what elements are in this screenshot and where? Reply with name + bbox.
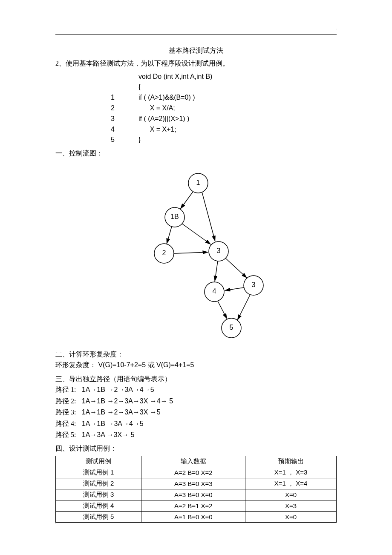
cell-output: X=0 <box>245 511 337 522</box>
table-row: 测试用例 5 A=1 B=0 X=0 X=0 <box>56 511 337 522</box>
path-label: 路径 2: <box>55 397 76 405</box>
cell-case: 测试用例 4 <box>56 500 141 511</box>
graph-node-1: 1 <box>196 179 200 186</box>
code-line: } <box>138 135 141 145</box>
code-block: void Do (int X,int A,int B) { 1if ( (A>1… <box>111 72 337 146</box>
table-row: 测试用例 4 A=2 B=1 X=2 X=3 <box>56 500 337 511</box>
code-line: X = X+1; <box>150 124 176 135</box>
table-row: 测试用例 2 A=3 B=0 X=3 X=1 ， X=4 <box>56 478 337 489</box>
section-3-heading: 三、导出独立路径（用语句编号表示） <box>55 374 337 385</box>
svg-line-14 <box>225 288 244 290</box>
cell-case: 测试用例 5 <box>56 511 141 522</box>
graph-node-4: 4 <box>213 288 216 295</box>
table-row: 测试用例 1 A=2 B=0 X=2 X=1 ， X=3 <box>56 467 337 478</box>
section-1-heading: 一、控制流图： <box>55 148 337 159</box>
corner-marker: . <box>336 26 337 30</box>
path-label: 路径 1: <box>55 386 76 393</box>
code-line: if ( (A=2)||(X>1) ) <box>138 114 189 124</box>
bottom-marker: . <box>55 520 57 525</box>
path-value: 1A→1B →2→3A→3X →5 <box>82 408 161 416</box>
section-4-heading: 四、设计测试用例： <box>55 443 337 454</box>
svg-line-7 <box>180 192 193 209</box>
cell-input: A=2 B=1 X=2 <box>141 500 245 511</box>
cell-input: A=3 B=0 X=0 <box>141 489 245 500</box>
cell-case: 测试用例 2 <box>56 478 141 489</box>
svg-line-10 <box>182 224 211 244</box>
svg-line-12 <box>215 261 218 282</box>
code-line: X = X/A; <box>150 103 175 114</box>
table-header: 预期输出 <box>245 456 337 467</box>
code-lineno: 1 <box>111 92 138 103</box>
path-value: 1A→3A →3X→ 5 <box>82 431 135 438</box>
cell-input: A=2 B=0 X=2 <box>141 467 245 478</box>
code-lineno: 5 <box>111 135 138 145</box>
graph-node-3a: 3 <box>217 247 221 254</box>
path-label: 路径 3: <box>55 408 76 416</box>
code-line: void Do (int X,int A,int B) <box>138 72 212 82</box>
svg-line-8 <box>167 227 172 244</box>
graph-node-1b: 1B <box>170 213 179 220</box>
table-header: 输入数据 <box>141 456 245 467</box>
code-lineno: 2 <box>111 103 138 114</box>
path-label: 路径 5: <box>55 431 76 438</box>
svg-line-16 <box>218 301 227 319</box>
svg-line-15 <box>237 295 250 320</box>
intro-text: 2、使用基本路径测试方法，为以下程序段设计测试用例。 <box>55 58 337 69</box>
path-value: 1A→1B →2→3A→4→5 <box>82 386 154 393</box>
code-lineno: 4 <box>111 124 138 135</box>
table-row: 测试用例 3 A=3 B=0 X=0 X=0 <box>56 489 337 500</box>
cell-input: A=1 B=0 X=0 <box>141 511 245 522</box>
cell-case: 测试用例 1 <box>56 467 141 478</box>
svg-line-11 <box>202 192 215 242</box>
path-value: 1A→1B →2→3A→3X →4→ 5 <box>82 397 173 405</box>
cell-output: X=3 <box>245 500 337 511</box>
code-line: { <box>138 82 141 92</box>
path-label: 路径 4: <box>55 420 76 427</box>
svg-line-13 <box>225 258 247 278</box>
test-case-table: 测试用例 输入数据 预期输出 测试用例 1 A=2 B=0 X=2 X=1 ， … <box>55 456 337 523</box>
path-value: 1A→1B →3A→4→5 <box>82 420 144 427</box>
document-title: 基本路径测试方法 <box>55 46 337 55</box>
graph-node-3b: 3 <box>252 281 256 288</box>
cell-output: X=1 ， X=4 <box>245 478 337 489</box>
cell-case: 测试用例 3 <box>56 489 141 500</box>
cell-output: X=0 <box>245 489 337 500</box>
cell-input: A=3 B=0 X=3 <box>141 478 245 489</box>
graph-node-2: 2 <box>162 249 166 256</box>
complexity-text: 环形复杂度： V(G)=10-7+2=5 或 V(G)=4+1=5 <box>55 359 337 371</box>
svg-line-9 <box>174 252 208 253</box>
code-line: if ( (A>1)&&(B=0) ) <box>138 92 195 103</box>
cell-output: X=1 ， X=3 <box>245 467 337 478</box>
graph-node-5: 5 <box>230 324 233 331</box>
section-2-heading: 二、计算环形复杂度： <box>55 349 337 360</box>
code-lineno: 3 <box>111 114 138 124</box>
control-flow-graph: 1 1B 2 3 3 4 5 <box>55 168 337 345</box>
top-rule <box>55 34 337 35</box>
table-header: 测试用例 <box>56 456 141 467</box>
